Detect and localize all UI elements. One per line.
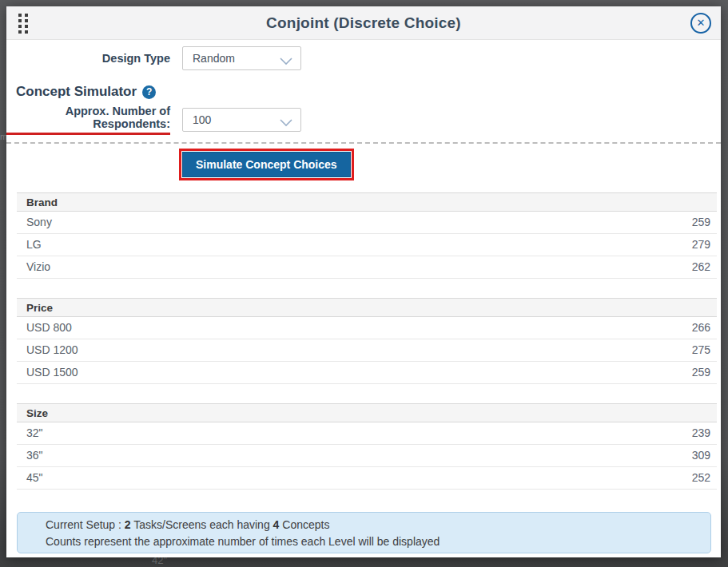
info-text: Current Setup : <box>46 518 125 531</box>
modal-title: Conjoint (Discrete Choice) <box>266 14 461 32</box>
price-table: Price USD 800 266 USD 1200 275 USD 1500 … <box>17 298 717 384</box>
concept-simulator-heading: Concept Simulator ? <box>6 83 721 101</box>
drag-handle-icon[interactable] <box>18 12 30 34</box>
table-header: Brand <box>17 192 717 212</box>
level-count: 279 <box>692 234 717 256</box>
level-label: 45" <box>17 467 692 489</box>
level-count: 259 <box>692 212 717 233</box>
level-label: 32" <box>17 422 692 444</box>
table-row: USD 1500 259 <box>17 362 717 384</box>
level-count: 275 <box>692 339 717 361</box>
brand-table: Brand Sony 259 LG 279 Vizio 262 <box>17 192 717 279</box>
respondents-value: 100 <box>193 113 211 126</box>
design-type-row: Design Type Random <box>6 46 721 70</box>
table-row: LG 279 <box>17 234 717 256</box>
info-line-1: Current Setup : 2 Tasks/Screens each hav… <box>46 517 702 533</box>
level-label: LG <box>17 234 692 256</box>
design-type-label: Design Type <box>6 52 170 65</box>
table-row: 45" 252 <box>17 467 717 490</box>
chevron-down-icon <box>280 54 292 62</box>
table-row: 32" 239 <box>17 422 717 445</box>
tasks-count: 2 <box>125 518 131 531</box>
design-type-value: Random <box>193 52 235 65</box>
design-type-select[interactable]: Random <box>182 46 301 70</box>
level-label: USD 1200 <box>17 339 692 361</box>
level-label: Sony <box>17 212 692 233</box>
dashed-separator <box>6 142 721 144</box>
level-count: 252 <box>692 467 717 489</box>
conjoint-modal: Conjoint (Discrete Choice) ✕ Design Type… <box>6 6 721 557</box>
level-label: USD 800 <box>17 317 692 339</box>
level-count: 259 <box>692 362 717 383</box>
table-row: Vizio 262 <box>17 256 717 279</box>
info-text: Tasks/Screens each having <box>131 518 273 531</box>
respondents-row: Approx. Number of Respondents: 100 <box>6 107 721 133</box>
level-label: Vizio <box>17 256 692 278</box>
level-count: 239 <box>692 422 717 444</box>
section-title: Concept Simulator <box>16 84 137 100</box>
chevron-down-icon <box>280 116 292 124</box>
button-row: Simulate Concept Choices <box>6 149 721 180</box>
respondents-select[interactable]: 100 <box>182 108 301 132</box>
respondents-label-text: Approx. Number of Respondents: <box>6 105 170 135</box>
info-text: Concepts <box>279 518 329 531</box>
level-label: USD 1500 <box>17 362 692 383</box>
info-line-2: Counts represent the approximate number … <box>46 533 702 550</box>
modal-header: Conjoint (Discrete Choice) ✕ <box>6 6 721 40</box>
table-row: Sony 259 <box>17 212 717 234</box>
table-header: Price <box>17 298 717 317</box>
level-count: 309 <box>692 445 717 466</box>
level-count: 266 <box>692 317 717 339</box>
table-row: 36" 309 <box>17 445 717 467</box>
size-table: Size 32" 239 36" 309 45" 252 <box>17 403 717 490</box>
current-setup-info-box: Current Setup : 2 Tasks/Screens each hav… <box>17 512 711 553</box>
simulate-concept-choices-button[interactable]: Simulate Concept Choices <box>182 152 351 177</box>
level-count: 262 <box>692 256 717 278</box>
respondents-label: Approx. Number of Respondents: <box>6 105 170 135</box>
table-header: Size <box>17 403 717 422</box>
level-label: 36" <box>17 445 692 466</box>
table-row: USD 800 266 <box>17 317 717 339</box>
close-icon[interactable]: ✕ <box>690 13 711 34</box>
table-row: USD 1200 275 <box>17 339 717 362</box>
help-icon[interactable]: ? <box>142 85 156 99</box>
